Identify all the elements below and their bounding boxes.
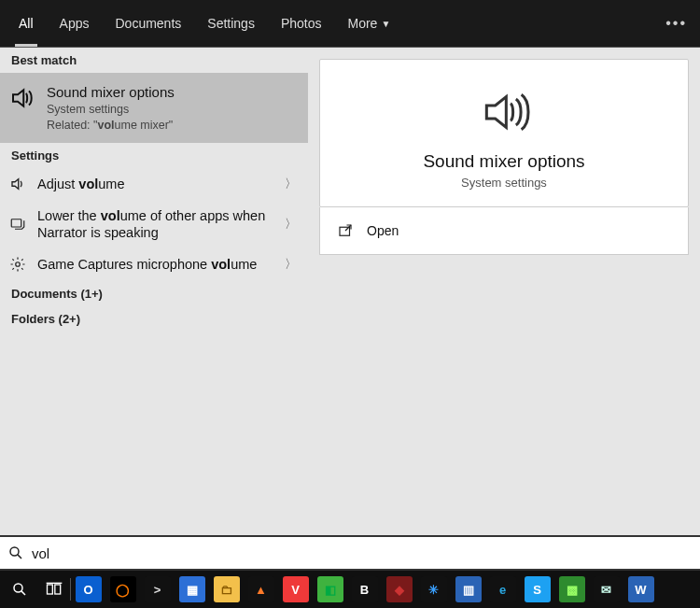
search-results-area: Best match Sound mixer options System se…	[0, 47, 700, 535]
gear-icon	[7, 256, 28, 273]
task-view-button[interactable]	[36, 571, 71, 608]
tab-all[interactable]: All	[6, 0, 47, 47]
calculator-icon: ▦	[179, 576, 205, 602]
chevron-down-icon: ▼	[381, 19, 390, 29]
speaker-icon	[7, 176, 28, 192]
tab-label: Apps	[60, 16, 90, 31]
taskbar-app-red-app[interactable]: ◆	[382, 571, 416, 608]
best-match-result[interactable]: Sound mixer options System settings Rela…	[0, 73, 308, 143]
taskbar-app-panels[interactable]: ▥	[451, 571, 485, 608]
taskbar-app-outlook[interactable]: O	[71, 571, 105, 608]
settings-result-narrator-volume[interactable]: Lower the volume of other apps when Narr…	[0, 200, 308, 248]
related-prefix: Related: "	[47, 119, 97, 132]
green2-icon: ▩	[559, 576, 585, 602]
best-match-header: Best match	[0, 48, 308, 73]
search-category-tabs: All Apps Documents Settings Photos More …	[0, 0, 700, 47]
taskbar-app-greenshot[interactable]: ◧	[313, 571, 347, 608]
everything-icon: ◯	[110, 576, 136, 602]
tab-label: Documents	[115, 16, 181, 31]
open-icon	[337, 222, 354, 239]
taskbar-app-word[interactable]: W	[623, 571, 658, 608]
tab-label: Settings	[207, 16, 255, 31]
tab-photos[interactable]: Photos	[268, 0, 335, 47]
blue-app-icon: ✳	[421, 576, 447, 602]
search-bar	[0, 535, 700, 571]
speaker-icon	[7, 84, 37, 132]
preview-pane: Sound mixer options System settings Open	[308, 48, 700, 535]
mail-icon: ✉	[594, 576, 620, 602]
svg-rect-0	[11, 219, 21, 227]
tab-label: All	[19, 16, 34, 31]
best-match-title: Sound mixer options	[47, 84, 297, 100]
search-input[interactable]	[32, 545, 693, 561]
best-match-related: Related: "volume mixer"	[47, 119, 297, 132]
best-match-texts: Sound mixer options System settings Rela…	[47, 84, 297, 132]
taskbar-app-mail[interactable]: ✉	[589, 571, 623, 608]
word-icon: W	[628, 576, 654, 602]
taskbar-search-button[interactable]	[2, 571, 36, 608]
taskbar-app-explorer[interactable]: 🗀	[209, 571, 244, 608]
tab-more[interactable]: More ▼	[334, 0, 403, 47]
preview-actions: Open	[319, 207, 689, 255]
bold-app-icon: B	[352, 576, 378, 602]
open-action[interactable]: Open	[337, 215, 671, 247]
narrator-icon	[7, 216, 28, 233]
preview-subtitle: System settings	[461, 176, 547, 190]
search-icon	[7, 544, 24, 561]
svg-rect-5	[47, 585, 52, 594]
preview-title: Sound mixer options	[423, 151, 584, 172]
overflow-menu-button[interactable]: •••	[665, 0, 687, 47]
results-list: Best match Sound mixer options System se…	[0, 48, 308, 535]
taskbar-app-vlc[interactable]: ▲	[244, 571, 278, 608]
documents-header[interactable]: Documents (1+)	[0, 281, 308, 306]
speaker-icon	[471, 86, 537, 138]
terminal-icon: >	[145, 576, 171, 602]
chevron-right-icon[interactable]: 〉	[285, 176, 297, 192]
tab-apps[interactable]: Apps	[47, 0, 103, 47]
svg-point-4	[14, 584, 22, 592]
svg-point-3	[10, 547, 19, 556]
taskbar-app-edge[interactable]: e	[485, 571, 520, 608]
result-label: Lower the volume of other apps when Narr…	[37, 207, 275, 241]
taskbar: O◯>▦🗀▲V◧B◆✳▥eS▩✉W	[0, 571, 700, 608]
explorer-icon: 🗀	[214, 576, 240, 602]
tab-settings[interactable]: Settings	[194, 0, 268, 47]
panels-icon: ▥	[455, 576, 482, 602]
tab-documents[interactable]: Documents	[102, 0, 194, 47]
skype-icon: S	[525, 576, 551, 602]
result-label: Game Captures microphone volume	[37, 256, 275, 273]
outlook-icon: O	[76, 576, 102, 602]
chevron-right-icon[interactable]: 〉	[285, 256, 297, 273]
taskbar-app-skype[interactable]: S	[520, 571, 554, 608]
taskbar-app-calculator[interactable]: ▦	[175, 571, 209, 608]
red-app-icon: ◆	[386, 576, 413, 602]
taskbar-app-blue-app[interactable]: ✳	[416, 571, 451, 608]
vivaldi-icon: V	[283, 576, 309, 602]
taskbar-app-everything[interactable]: ◯	[105, 571, 140, 608]
taskbar-app-green2[interactable]: ▩	[554, 571, 589, 608]
tab-label: Photos	[281, 16, 322, 31]
vlc-icon: ▲	[248, 576, 274, 602]
open-label: Open	[367, 223, 399, 238]
related-bold: vol	[97, 119, 114, 132]
settings-result-game-captures[interactable]: Game Captures microphone volume 〉	[0, 248, 308, 280]
settings-header: Settings	[0, 143, 308, 168]
taskbar-app-bold-app[interactable]: B	[347, 571, 382, 608]
edge-icon: e	[490, 576, 516, 602]
tab-label: More	[347, 16, 377, 31]
result-label: Adjust volume	[37, 176, 275, 192]
best-match-subtitle: System settings	[47, 103, 297, 116]
settings-result-adjust-volume[interactable]: Adjust volume 〉	[0, 168, 308, 200]
preview-card: Sound mixer options System settings	[319, 59, 689, 207]
folders-header[interactable]: Folders (2+)	[0, 306, 308, 332]
greenshot-icon: ◧	[317, 576, 343, 602]
chevron-right-icon[interactable]: 〉	[285, 216, 297, 233]
taskbar-apps: O◯>▦🗀▲V◧B◆✳▥eS▩✉W	[71, 571, 658, 608]
taskbar-app-vivaldi[interactable]: V	[278, 571, 313, 608]
svg-point-1	[16, 262, 21, 267]
taskbar-app-terminal[interactable]: >	[140, 571, 175, 608]
related-rest: ume mixer"	[115, 119, 174, 132]
svg-rect-6	[54, 585, 60, 594]
